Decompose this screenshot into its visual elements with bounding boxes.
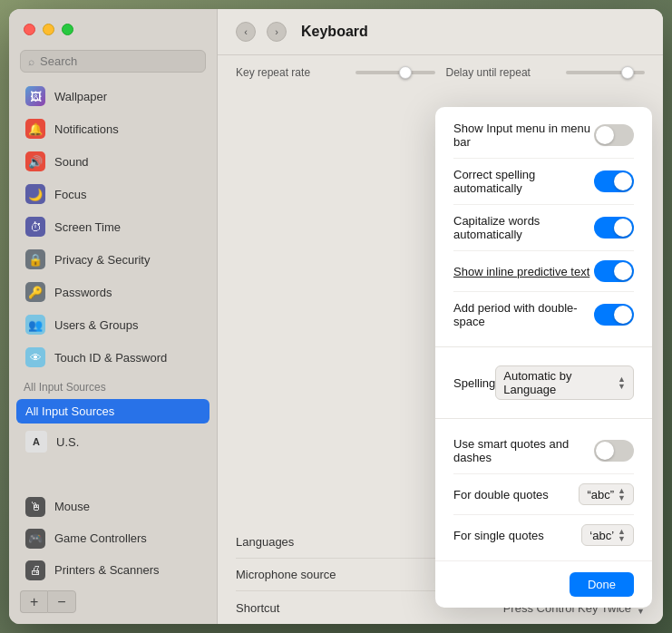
done-button[interactable]: Done — [570, 572, 634, 597]
us-input-source[interactable]: A U.S. — [16, 426, 209, 457]
search-input[interactable] — [40, 54, 198, 68]
panel-divider-2 — [435, 418, 652, 419]
sidebar-item-passwords[interactable]: 🔑 Passwords — [15, 277, 211, 307]
capitalize-words-toggle[interactable] — [594, 217, 634, 239]
sidebar-item-wallpaper[interactable]: 🖼 Wallpaper — [15, 81, 211, 112]
sidebar-item-label: Game Controllers — [54, 531, 147, 545]
sidebar-item-label: Privacy & Security — [54, 253, 150, 267]
key-repeat-slider[interactable] — [355, 71, 435, 74]
spelling-label: Spelling — [453, 376, 495, 390]
sidebar-item-users[interactable]: 👥 Users & Groups — [15, 309, 211, 340]
sidebar-item-screentime[interactable]: ⏱ Screen Time — [15, 211, 211, 242]
sidebar-item-gamecontrollers[interactable]: 🎮 Game Controllers — [15, 523, 211, 554]
double-quotes-label: For double quotes — [453, 488, 579, 502]
add-remove-controls: + − — [9, 587, 217, 617]
double-quotes-row: For double quotes “abc” ▲ ▼ — [453, 474, 634, 515]
keyboard-settings-area: Key repeat rate Delay until repeat — [218, 55, 663, 93]
single-quotes-dropdown[interactable]: ‘abc’ ▲ ▼ — [581, 524, 634, 546]
sidebar-item-faceid[interactable]: 👁 Touch ID & Password — [15, 342, 211, 373]
spelling-value: Automatic by Language — [503, 369, 614, 396]
printers-icon: 🖨 — [25, 560, 45, 580]
screentime-icon: ⏱ — [25, 217, 45, 237]
single-quotes-label: For single quotes — [453, 529, 581, 542]
privacy-icon: 🔒 — [25, 249, 45, 269]
double-quotes-dropdown[interactable]: “abc” ▲ ▼ — [579, 483, 634, 505]
capitalize-words-row: Capitalize words automatically — [453, 205, 634, 251]
passwords-icon: 🔑 — [25, 282, 45, 302]
search-icon: ⌕ — [28, 55, 34, 68]
sidebar-item-focus[interactable]: 🌙 Focus — [15, 179, 211, 209]
sidebar: ⌕ 🖼 Wallpaper 🔔 Notifications 🔊 Sound 🌙 … — [9, 9, 218, 624]
close-button[interactable] — [24, 24, 35, 35]
sidebar-item-sound[interactable]: 🔊 Sound — [15, 146, 211, 177]
forward-button[interactable]: › — [267, 22, 287, 42]
traffic-lights — [9, 9, 217, 43]
sidebar-item-privacy[interactable]: 🔒 Privacy & Security — [15, 244, 211, 275]
sidebar-item-label: Touch ID & Password — [54, 351, 167, 365]
spelling-dropdown-arrows: ▲ ▼ — [618, 375, 626, 390]
panel-footer: Done — [435, 560, 652, 608]
sidebar-item-label: Mouse — [54, 500, 90, 513]
inline-predictive-label: Show inline predictive text — [453, 265, 594, 278]
spelling-dropdown[interactable]: Automatic by Language ▲ ▼ — [495, 365, 634, 400]
sidebar-item-label: Screen Time — [54, 220, 121, 234]
smart-quotes-label: Use smart quotes and dashes — [453, 437, 594, 464]
wallpaper-icon: 🖼 — [25, 86, 45, 106]
main-header: ‹ › Keyboard — [218, 9, 663, 55]
panel-divider-1 — [435, 346, 652, 347]
add-period-label: Add period with double-space — [453, 301, 594, 328]
faceid-icon: 👁 — [25, 347, 45, 367]
sidebar-item-label: Sound — [54, 155, 89, 169]
smart-quotes-toggle[interactable] — [594, 440, 634, 462]
sidebar-item-label: Passwords — [54, 286, 112, 299]
main-content: ‹ › Keyboard Key repeat rate Delay until… — [218, 9, 663, 624]
us-badge: A — [25, 431, 47, 453]
sidebar-item-label: Wallpaper — [54, 90, 107, 103]
sidebar-item-printers[interactable]: 🖨 Printers & Scanners — [15, 555, 211, 586]
back-button[interactable]: ‹ — [236, 22, 256, 42]
languages-label: Languages — [236, 535, 294, 549]
gamecontrollers-icon: 🎮 — [25, 529, 45, 549]
maximize-button[interactable] — [62, 24, 73, 35]
correct-spelling-toggle[interactable] — [594, 170, 634, 192]
input-source-header: All Input Sources — [9, 374, 217, 397]
add-input-source-button[interactable]: + — [20, 590, 47, 613]
sidebar-item-notifications[interactable]: 🔔 Notifications — [15, 113, 211, 144]
add-period-toggle[interactable] — [594, 304, 634, 326]
sound-icon: 🔊 — [25, 151, 45, 171]
single-quotes-arrows: ▲ ▼ — [618, 528, 626, 542]
focus-icon: 🌙 — [25, 184, 45, 204]
all-input-sources-label: All Input Sources — [25, 404, 114, 418]
inline-predictive-toggle[interactable] — [594, 260, 634, 282]
shortcut-label: Shortcut — [236, 601, 279, 615]
back-icon: ‹ — [244, 26, 248, 37]
delay-repeat-label: Delay until repeat — [446, 66, 555, 79]
show-input-menu-toggle[interactable] — [594, 124, 634, 146]
show-input-menu-row: Show Input menu in menu bar — [453, 112, 634, 159]
double-quotes-value: “abc” — [587, 488, 614, 502]
capitalize-words-label: Capitalize words automatically — [453, 214, 594, 241]
sidebar-item-mouse[interactable]: 🖱 Mouse — [15, 492, 211, 522]
text-input-panel: Show Input menu in menu bar Correct spel… — [435, 107, 652, 608]
key-repeat-row: Key repeat rate Delay until repeat — [236, 66, 645, 79]
us-label: U.S. — [56, 435, 79, 449]
correct-spelling-label: Correct spelling automatically — [453, 168, 594, 195]
sidebar-item-label: Printers & Scanners — [54, 563, 160, 577]
sidebar-bottom: 🖱 Mouse 🎮 Game Controllers 🖨 Printers & … — [9, 491, 217, 624]
delay-repeat-slider[interactable] — [566, 71, 646, 74]
correct-spelling-row: Correct spelling automatically — [453, 159, 634, 205]
mouse-icon: 🖱 — [25, 497, 45, 517]
minimize-button[interactable] — [43, 24, 54, 35]
panel-main-section: Show Input menu in menu bar Correct spel… — [435, 107, 652, 343]
remove-input-source-button[interactable]: − — [47, 590, 75, 613]
all-input-sources-item[interactable]: All Input Sources — [16, 399, 209, 424]
single-quotes-value: ‘abc’ — [589, 529, 614, 542]
page-title: Keyboard — [301, 24, 368, 40]
spelling-section: Spelling Automatic by Language ▲ ▼ — [435, 351, 652, 414]
search-bar[interactable]: ⌕ — [20, 50, 206, 73]
main-window: ⌕ 🖼 Wallpaper 🔔 Notifications 🔊 Sound 🌙 … — [9, 9, 663, 624]
sidebar-item-label: Notifications — [54, 122, 119, 136]
inline-predictive-row: Show inline predictive text — [453, 251, 634, 292]
show-input-menu-label: Show Input menu in menu bar — [453, 122, 594, 149]
smart-quotes-section: Use smart quotes and dashes For double q… — [435, 423, 652, 560]
